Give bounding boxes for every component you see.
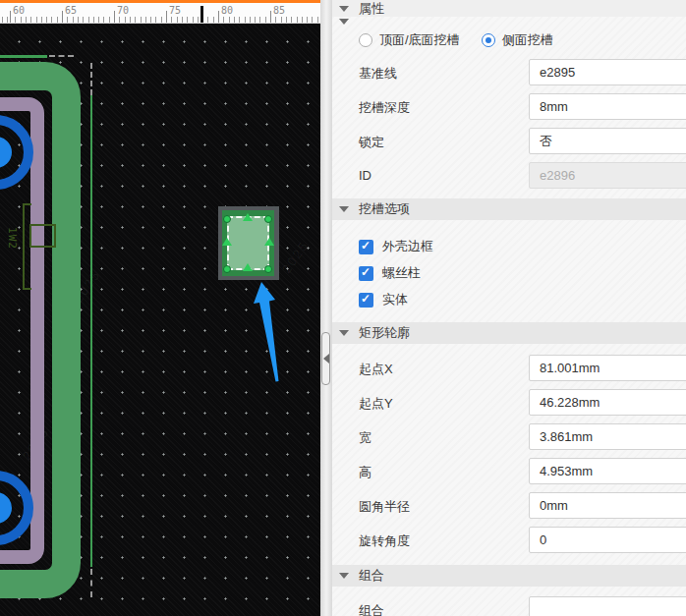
collapse-arrow-icon (339, 573, 349, 579)
ruler-minor-ticks (0, 17, 320, 23)
radio-option-side-slot[interactable]: 侧面挖槽 (482, 31, 553, 49)
radio-label: 侧面挖槽 (502, 31, 553, 49)
rotation-input[interactable] (529, 527, 686, 553)
ruler-mark: 80 (221, 5, 233, 16)
checkbox-checked-icon[interactable] (359, 293, 373, 308)
ruler-major-tick (166, 11, 167, 23)
radio-icon[interactable] (359, 33, 372, 47)
section-title: 矩形轮廓 (359, 324, 410, 342)
ruler-mark: 75 (169, 5, 181, 16)
field-label-id: ID (359, 168, 372, 183)
ruler-mark: 60 (13, 5, 25, 16)
edge-handle-top[interactable] (243, 213, 253, 221)
radio-option-top-bottom-slot[interactable]: 顶面/底面挖槽 (359, 31, 460, 49)
selected-slot-rectangle[interactable] (218, 206, 279, 280)
ruler-mark: 85 (273, 5, 285, 16)
panel-divider[interactable] (320, 0, 332, 616)
resize-handle-bottom-right[interactable] (264, 265, 272, 273)
ruler-mark: 65 (65, 5, 77, 16)
section-header-rect-outline[interactable]: 矩形轮廓 (332, 322, 686, 344)
start-x-input[interactable] (529, 355, 686, 381)
group-input[interactable] (529, 596, 686, 616)
datum-line-horizontal-green[interactable] (0, 55, 47, 58)
edge-handle-bottom[interactable] (243, 263, 253, 271)
checkbox-checked-icon[interactable] (359, 240, 373, 254)
checkbox-label: 实体 (382, 291, 408, 308)
locked-input[interactable] (529, 128, 686, 154)
ruler-major-tick (218, 11, 219, 23)
collapse-arrow-icon[interactable] (339, 19, 349, 25)
properties-panel: 属性 顶面/底面挖槽 侧面挖槽 基准线 挖槽深度 锁定 ID 挖槽选项 (332, 0, 686, 616)
resize-handle-top-right[interactable] (264, 215, 272, 223)
field-label-baseline: 基准线 (359, 65, 397, 83)
datum-line-horizontal-dashed (49, 55, 74, 57)
checkbox-label: 螺丝柱 (382, 264, 421, 282)
ruler-major-tick (114, 11, 115, 23)
checkbox-checked-icon[interactable] (359, 266, 373, 281)
collapse-arrow-icon (339, 330, 349, 336)
slot-type-radio-group: 顶面/底面挖槽 侧面挖槽 (359, 30, 553, 50)
field-label-rotation: 旋转角度 (359, 532, 410, 550)
section-header-group[interactable]: 组合 (332, 565, 686, 587)
ruler-mark: 70 (117, 5, 129, 16)
checkbox-label: 外壳边框 (382, 238, 433, 255)
id-input (529, 162, 686, 189)
section-title: 组合 (359, 567, 384, 585)
collapse-left-icon (323, 354, 329, 364)
datum-line-vertical-dashed-bottom (90, 569, 92, 597)
ruler-major-tick (270, 11, 271, 23)
collapse-arrow-icon (339, 206, 349, 212)
field-label-width: 宽 (359, 429, 372, 447)
field-label-slot-depth: 挖槽深度 (359, 99, 410, 117)
field-label-corner-radius: 圆角半径 (359, 498, 410, 516)
radio-label: 顶面/底面挖槽 (379, 31, 460, 49)
field-label-start-y: 起点Y (359, 395, 393, 413)
section-title: 属性 (359, 0, 384, 18)
pcb-canvas[interactable]: 2025 2025 2025 1W2 (0, 24, 320, 616)
width-input[interactable] (529, 423, 686, 450)
resize-handle-top-left[interactable] (223, 215, 231, 223)
ruler-cursor-position-marker (200, 6, 203, 23)
field-label-group: 组合 (359, 602, 384, 616)
checkbox-row-shell-border[interactable]: 外壳边框 (359, 238, 433, 255)
field-label-height: 高 (359, 464, 372, 481)
checkbox-row-screw-post[interactable]: 螺丝柱 (359, 264, 421, 282)
section-title: 挖槽选项 (359, 200, 410, 218)
ruler-major-tick (10, 11, 11, 23)
corner-radius-input[interactable] (529, 492, 686, 519)
resize-handle-bottom-left[interactable] (223, 265, 231, 273)
ruler-major-tick (62, 11, 63, 23)
radio-selected-icon[interactable] (482, 33, 495, 47)
checkbox-row-solid[interactable]: 实体 (359, 291, 408, 308)
edge-handle-left[interactable] (222, 238, 232, 246)
field-label-start-x: 起点X (359, 361, 393, 378)
eda-app-window: 60 65 70 75 80 85 2025 2025 2025 1W2 (0, 0, 686, 616)
baseline-input[interactable] (529, 59, 686, 85)
panel-collapse-handle[interactable] (321, 332, 330, 385)
baseline-e2895-vertical-green[interactable] (90, 95, 92, 567)
footprint-rect-outline[interactable] (29, 224, 56, 248)
horizontal-ruler: 60 65 70 75 80 85 (0, 3, 320, 24)
footprint-designator-label: 1W2 (6, 227, 19, 250)
slot-depth-input[interactable] (529, 93, 686, 120)
datum-line-vertical-dashed-top (90, 63, 92, 95)
collapse-arrow-icon (339, 6, 349, 12)
field-label-locked: 锁定 (359, 134, 384, 151)
annotation-arrow-icon (246, 277, 291, 387)
section-header-properties[interactable]: 属性 (332, 0, 686, 17)
height-input[interactable] (529, 458, 686, 484)
start-y-input[interactable] (529, 389, 686, 416)
edge-handle-right[interactable] (264, 238, 274, 246)
slot-selection-dashed-fill[interactable] (227, 216, 269, 270)
section-header-slot-options[interactable]: 挖槽选项 (332, 198, 686, 220)
